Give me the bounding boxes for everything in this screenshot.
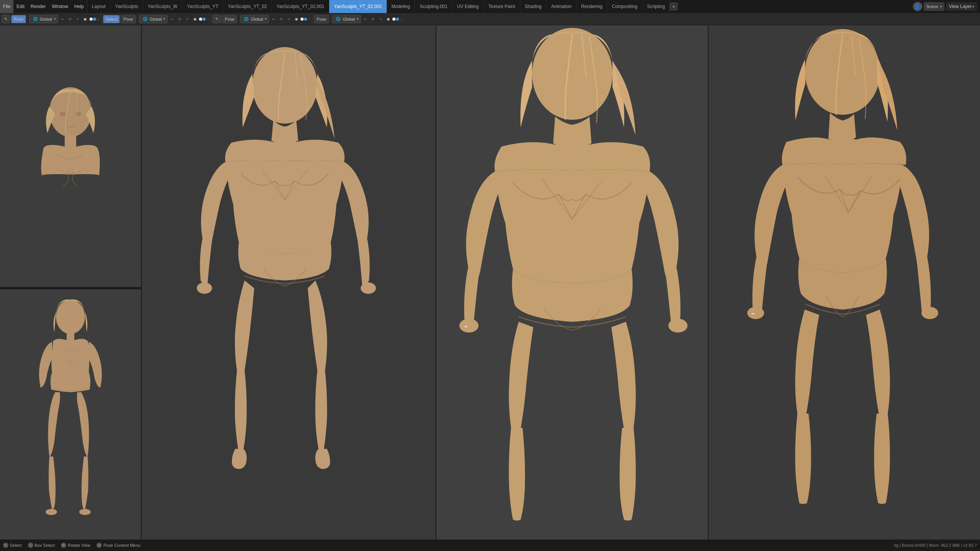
scene-selector[interactable]: Scene▾ [924, 2, 944, 11]
tab-layout[interactable]: Layout [87, 0, 111, 13]
right-panels [436, 25, 980, 551]
svg-point-4 [56, 300, 85, 334]
svg-point-14 [668, 319, 688, 333]
svg-point-15 [805, 29, 880, 115]
workspace-tabs: Layout YanSculpts YanSculpts_W YanSculpt… [87, 0, 913, 13]
tab-animation[interactable]: Animation [547, 0, 577, 13]
status-rotate: ↻ Rotate View [61, 543, 90, 548]
svg-point-9 [197, 282, 212, 294]
viewport-bottom-left[interactable] [0, 289, 141, 551]
toolbar-icon-15[interactable]: ○ [377, 16, 384, 23]
tab-yansculpts-yt-02[interactable]: YanSculpts_YT_02 [223, 0, 272, 13]
pose-btn-4[interactable]: Pose [314, 15, 329, 23]
toolbar-icon-13[interactable]: ↔ [362, 16, 369, 23]
svg-rect-13 [464, 326, 467, 328]
viewport-middle[interactable] [142, 25, 436, 551]
toolbar-icon-10[interactable]: ⊹ [278, 16, 284, 23]
toolbar-icon-2[interactable]: ⊹ [67, 16, 74, 23]
menu-window[interactable]: Window [49, 0, 71, 13]
shading-dots-1 [90, 18, 100, 21]
toolbar-section-3: ↖ Pose 🌐 Global ▾ ↔ ⊹ ○ ◉ [211, 13, 312, 25]
toolbar-section-1: ↖ Pose 🌐 Global ▾ ↔ ⊹ ○ ◉ [0, 13, 101, 25]
svg-point-2 [60, 112, 66, 116]
status-box-select: □ Box Select [28, 543, 55, 548]
pose-btn-2[interactable]: Pose [121, 15, 136, 23]
tab-compositing[interactable]: Compositing [607, 0, 642, 13]
toolbar-icon-12[interactable]: ◉ [293, 16, 300, 23]
toolbar-icon-1[interactable]: ↔ [59, 16, 66, 23]
tab-yansculpts-w[interactable]: YanSculpts_W [143, 0, 183, 13]
figure-top-left [9, 83, 132, 229]
rotate-icon: ↻ [61, 543, 66, 548]
tab-yansculpts-yt-02-002[interactable]: YanSculpts_YT_02.002 [329, 0, 387, 13]
toolbar-section-4: Pose 🌐 Global ▾ ↔ ⊹ ○ ◉ [312, 13, 404, 25]
viewport-right-2[interactable] [709, 25, 980, 551]
select-mode-btn[interactable]: ↖ [2, 15, 10, 23]
shading-dots-2 [199, 18, 209, 21]
toolbar-icon-9[interactable]: ↔ [270, 16, 277, 23]
shading-dots-3 [301, 18, 310, 21]
menu-render[interactable]: Render [28, 0, 49, 13]
tab-sculpting-001[interactable]: Sculpting.001 [415, 0, 452, 13]
toolbar-icon-6[interactable]: ⊹ [176, 16, 183, 23]
svg-rect-17 [751, 313, 755, 315]
toolbar-icon-3[interactable]: ○ [74, 16, 81, 23]
pose-mode-btn-1[interactable]: Pose [11, 15, 26, 23]
tab-yansculpts[interactable]: YanSculpts [111, 0, 143, 13]
tab-uv-editing[interactable]: UV Editing [452, 0, 484, 13]
toolbar-icon-7[interactable]: ○ [184, 16, 191, 23]
add-workspace-button[interactable]: + [670, 3, 678, 10]
profile-icon[interactable]: 👤 [913, 2, 922, 11]
status-select: ↖ Select [3, 543, 22, 548]
top-menu-bar: File Edit Render Window Help Layout YanS… [0, 0, 980, 13]
toolbar-icon-11[interactable]: ○ [285, 16, 292, 23]
viewport-resize-handle[interactable] [0, 288, 141, 289]
svg-point-12 [459, 319, 479, 333]
transform-dropdown-4[interactable]: 🌐 Global ▾ [332, 15, 361, 23]
toolbar-icon-5[interactable]: ↔ [168, 16, 175, 23]
viewport-area [0, 25, 980, 551]
tab-shading[interactable]: Shading [520, 0, 547, 13]
box-select-icon: □ [28, 543, 33, 548]
menu-edit[interactable]: Edit [13, 0, 28, 13]
tab-yansculpts-yt[interactable]: YanSculpts_YT [182, 0, 223, 13]
context-menu-icon: ≡ [96, 543, 102, 548]
svg-point-3 [75, 112, 81, 116]
svg-point-11 [532, 28, 612, 120]
figure-middle [178, 43, 400, 533]
toolbar-icon-4[interactable]: ◉ [82, 16, 89, 23]
figure-bottom-left [28, 296, 113, 544]
transform-dropdown-2[interactable]: 🌐 Global ▾ [139, 15, 168, 23]
top-menu-right: 👤 Scene▾ View Layer▾ [913, 2, 980, 11]
viewport-top-left[interactable] [0, 25, 141, 288]
transform-dropdown-1[interactable]: 🌐 Global ▾ [29, 15, 58, 23]
view-layer-selector[interactable]: View Layer▾ [946, 2, 977, 11]
svg-point-8 [252, 47, 317, 124]
menu-file[interactable]: File [0, 0, 13, 13]
menu-help[interactable]: Help [71, 0, 87, 13]
toolbar-section-2: Select Pose 🌐 Global ▾ ↔ ⊹ ○ ◉ [101, 13, 211, 25]
toolbar-icon-8[interactable]: ◉ [191, 16, 198, 23]
pose-btn-3[interactable]: Pose [222, 15, 237, 23]
toolbar-icon-16[interactable]: ◉ [385, 16, 392, 23]
tab-scripting[interactable]: Scripting [642, 0, 670, 13]
transform-dropdown-3[interactable]: 🌐 Global ▾ [240, 15, 269, 23]
select-btn-2[interactable]: Select [103, 15, 120, 23]
tab-modeling[interactable]: Modeling [387, 0, 415, 13]
tab-texture-paint[interactable]: Texture Paint [484, 0, 520, 13]
figure-right-2 [730, 25, 959, 551]
svg-point-16 [747, 307, 764, 319]
status-context-menu: ≡ Pose Context Menu [96, 543, 140, 548]
svg-point-6 [46, 509, 57, 515]
tab-yansculpts-yt-02-001[interactable]: YanSculpts_YT_02.001 [272, 0, 329, 13]
viewport-right-1[interactable] [436, 25, 709, 551]
shading-dots-4 [392, 18, 402, 21]
select-icon: ↖ [3, 543, 8, 548]
main-toolbar: ↖ Pose 🌐 Global ▾ ↔ ⊹ ○ ◉ Select Pose 🌐 … [0, 13, 980, 25]
svg-point-7 [79, 509, 91, 515]
toolbar-icon-14[interactable]: ⊹ [369, 16, 376, 23]
status-bar: ↖ Select □ Box Select ↻ Rotate View ≡ Po… [0, 540, 980, 551]
tab-rendering[interactable]: Rendering [577, 0, 607, 13]
select-icon-3[interactable]: ↖ [212, 15, 221, 23]
figure-right-1 [438, 25, 706, 551]
